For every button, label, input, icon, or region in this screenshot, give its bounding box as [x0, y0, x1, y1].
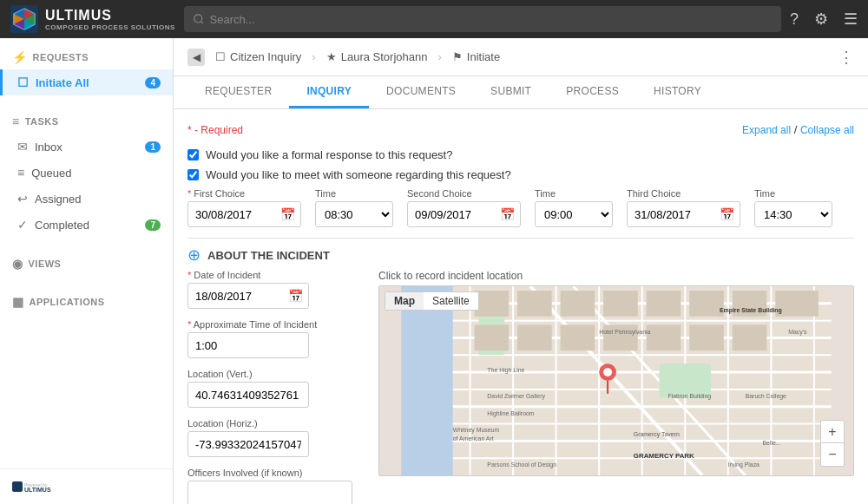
- expand-all-link[interactable]: Expand all: [742, 124, 791, 136]
- help-icon[interactable]: ?: [790, 10, 799, 29]
- powered-by-logo: Powered by ULTIMUS: [12, 478, 64, 495]
- sidebar-section-applications: ▦ APPLICATIONS: [0, 283, 173, 321]
- second-choice-date-input[interactable]: [408, 201, 495, 227]
- incident-right-col: Click to record incident location Map Sa…: [378, 270, 854, 504]
- initiate-all-badge: 4: [145, 77, 161, 88]
- sidebar-item-completed[interactable]: ✓ Completed 7: [0, 212, 173, 238]
- date-of-incident-input[interactable]: [188, 285, 283, 307]
- tab-documents[interactable]: DOCUMENTS: [369, 76, 473, 108]
- svg-text:Hotel Pennsylvania: Hotel Pennsylvania: [599, 329, 650, 336]
- svg-line-9: [201, 22, 202, 23]
- date-of-incident-input-wrapper: 📅: [187, 283, 309, 309]
- svg-text:Highline Ballroom: Highline Ballroom: [487, 410, 534, 417]
- flag-icon: ⚑: [452, 50, 463, 63]
- sidebar: ⚡ REQUESTS ☐ Initiate All 4 ≡ TASKS ✉ In…: [0, 38, 174, 504]
- incident-section-header: ⊕ ABOUT THE INCIDENT: [187, 238, 854, 270]
- sidebar-item-initiate-all[interactable]: ☐ Initiate All 4: [0, 69, 173, 95]
- tab-history[interactable]: HISTORY: [636, 76, 719, 108]
- tab-requester[interactable]: REQUESTER: [187, 76, 289, 108]
- sidebar-item-assigned[interactable]: ↩ Assigned: [0, 186, 173, 212]
- svg-text:Macy's: Macy's: [788, 329, 807, 336]
- svg-rect-14: [401, 286, 452, 475]
- third-choice-label: Third Choice: [627, 188, 740, 199]
- second-choice-time-select[interactable]: 09:00: [535, 201, 613, 227]
- svg-rect-52: [733, 325, 767, 351]
- tab-submit[interactable]: SUBMIT: [473, 76, 549, 108]
- svg-text:Baruch College: Baruch College: [746, 393, 786, 400]
- officers-input[interactable]: [187, 481, 352, 504]
- first-choice-calendar-icon[interactable]: 📅: [275, 207, 300, 221]
- incident-form: Date of Incident 📅 Approximate Time of I…: [187, 270, 854, 504]
- tab-inquiry[interactable]: INQUIRY: [289, 76, 369, 108]
- first-choice-field: First Choice 📅: [187, 188, 301, 227]
- menu-icon[interactable]: ☰: [844, 10, 858, 29]
- first-choice-time-field: Time 08:30: [315, 188, 393, 227]
- breadcrumb-initiate: ⚑ Initiate: [452, 50, 500, 63]
- collapse-all-link[interactable]: Collapse all: [800, 124, 854, 136]
- incident-left-col: Date of Incident 📅 Approximate Time of I…: [187, 270, 378, 504]
- first-choice-date-input[interactable]: [188, 201, 275, 227]
- third-choice-date-input[interactable]: [628, 201, 714, 227]
- third-choice-time-select[interactable]: 14:30: [754, 201, 832, 227]
- search-input[interactable]: [210, 13, 773, 26]
- approx-time-label: Approximate Time of Incident: [187, 319, 317, 330]
- form-inner: * - Required Expand all / Collapse all W…: [174, 109, 868, 504]
- initiate-all-icon: ☐: [17, 75, 29, 89]
- third-choice-date-input-wrapper: 📅: [627, 201, 740, 227]
- requests-icon: ⚡: [12, 50, 28, 64]
- map-click-label: Click to record incident location: [378, 270, 854, 282]
- location-horiz-input[interactable]: [187, 431, 309, 457]
- location-row: Location (Vert.): [187, 369, 361, 408]
- second-choice-label: Second Choice: [407, 188, 521, 199]
- form-area: * - Required Expand all / Collapse all W…: [174, 109, 868, 504]
- checkbox-formal-response: Would you like a formal response to this…: [187, 148, 854, 161]
- incident-add-button[interactable]: ⊕: [187, 247, 201, 263]
- second-choice-date-input-wrapper: 📅: [407, 201, 521, 227]
- third-choice-calendar-icon[interactable]: 📅: [714, 207, 740, 221]
- tab-process[interactable]: PROCESS: [549, 76, 636, 108]
- svg-text:The High Line: The High Line: [487, 367, 524, 374]
- date-of-incident-calendar-icon[interactable]: 📅: [283, 289, 308, 303]
- approx-time-input[interactable]: [187, 332, 309, 358]
- location-horiz-row: Location (Horiz.): [187, 418, 361, 457]
- date-of-incident-field: Date of Incident 📅: [187, 270, 309, 309]
- sidebar-header-requests: ⚡ REQUESTS: [0, 45, 173, 69]
- more-options-button[interactable]: ⋮: [838, 48, 854, 67]
- svg-rect-10: [12, 481, 23, 492]
- breadcrumb-laura: ★ Laura Storjohann: [326, 50, 428, 63]
- required-label: * - Required: [187, 124, 243, 136]
- map-tab-map[interactable]: Map: [385, 292, 424, 310]
- location-vert-label: Location (Vert.): [187, 369, 309, 379]
- second-choice-calendar-icon[interactable]: 📅: [495, 207, 520, 221]
- main-layout: ⚡ REQUESTS ☐ Initiate All 4 ≡ TASKS ✉ In…: [0, 38, 868, 504]
- incident-time-row: Approximate Time of Incident: [187, 319, 361, 358]
- breadcrumb-citizen-inquiry: ☐ Citizen Inquiry: [215, 50, 301, 63]
- sidebar-collapse-button[interactable]: ◀: [187, 49, 205, 66]
- date-of-incident-label: Date of Incident: [187, 270, 309, 280]
- first-choice-time-select[interactable]: 08:30: [315, 201, 393, 227]
- completed-badge: 7: [145, 219, 161, 231]
- formal-response-checkbox[interactable]: [187, 149, 199, 160]
- svg-rect-51: [689, 325, 724, 351]
- first-choice-time-label: Time: [315, 188, 393, 199]
- svg-rect-46: [475, 325, 510, 351]
- zoom-out-button[interactable]: −: [821, 443, 844, 466]
- location-vert-input[interactable]: [187, 382, 309, 408]
- map-tab-satellite[interactable]: Satellite: [424, 292, 478, 310]
- search-bar[interactable]: [184, 6, 781, 32]
- settings-icon[interactable]: ⚙: [814, 10, 828, 29]
- second-choice-time-field: Time 09:00: [535, 188, 613, 227]
- incident-section-title: ABOUT THE INCIDENT: [207, 249, 330, 262]
- svg-rect-40: [561, 291, 595, 317]
- sidebar-footer: Powered by ULTIMUS: [0, 468, 173, 504]
- officers-label: Officers Involved (if known): [187, 468, 361, 478]
- sidebar-section-views: ◉ VIEWS: [0, 245, 173, 283]
- sidebar-item-inbox[interactable]: ✉ Inbox 1: [0, 134, 173, 160]
- sidebar-item-queued[interactable]: ≡ Queued: [0, 160, 173, 186]
- meet-someone-checkbox[interactable]: [187, 169, 199, 180]
- map-container[interactable]: Map Satellite: [378, 285, 854, 476]
- app-subtitle: COMPOSED PROCESS SOLUTIONS: [45, 23, 175, 31]
- zoom-in-button[interactable]: +: [821, 421, 844, 443]
- inbox-icon: ✉: [17, 140, 28, 154]
- svg-text:Belle...: Belle...: [762, 440, 780, 446]
